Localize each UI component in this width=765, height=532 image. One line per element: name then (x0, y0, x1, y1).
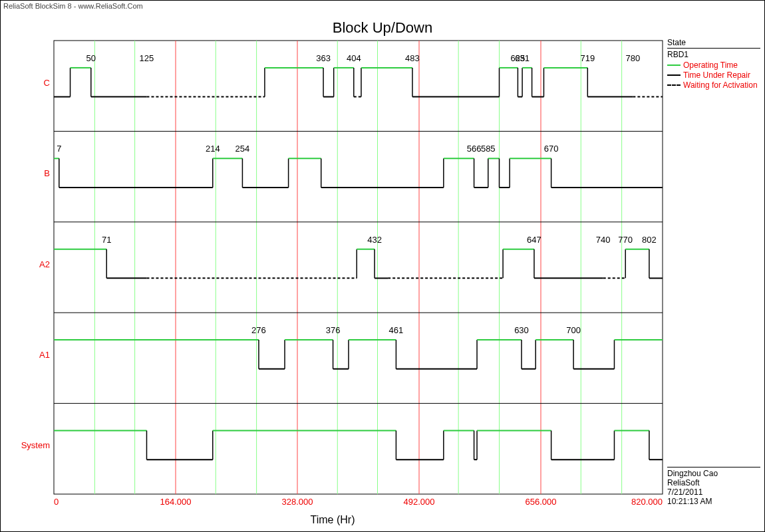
x-tick-label: 328.000 (282, 497, 313, 507)
segment-label: 461 (389, 325, 404, 335)
segment-label: 770 (618, 235, 633, 245)
x-tick-label: 164.000 (160, 497, 192, 507)
chart-canvas (1, 1, 765, 532)
segment-label: 780 (626, 53, 641, 63)
row-label: C (10, 77, 50, 87)
segment-label: 700 (566, 325, 581, 335)
x-tick-label: 0 (54, 497, 59, 507)
x-tick-label: 820.000 (631, 497, 663, 507)
row-label: System (10, 440, 50, 450)
segment-label: 670 (544, 144, 559, 154)
segment-label: 276 (251, 325, 266, 335)
segment-label: 254 (235, 144, 250, 154)
segment-label: 719 (580, 53, 595, 63)
segment-label: 214 (206, 144, 220, 154)
segment-label: 566 (467, 144, 482, 154)
row-label: A2 (10, 259, 50, 269)
segment-label: 404 (347, 53, 361, 63)
segment-label: 631 (515, 53, 530, 63)
x-tick-label: 656.000 (526, 497, 557, 507)
segment-label: 432 (367, 235, 382, 245)
x-tick-label: 492.000 (404, 497, 435, 507)
segment-label: 71 (102, 235, 111, 245)
segment-label: 125 (140, 53, 154, 63)
segment-label: 740 (596, 235, 611, 245)
row-label: B (10, 168, 50, 178)
segment-label: 7 (57, 144, 61, 154)
app-frame: { "header": { "product": "ReliaSoft Bloc… (0, 0, 765, 532)
segment-label: 647 (527, 235, 541, 245)
segment-label: 802 (642, 235, 657, 245)
segment-label: 585 (481, 144, 496, 154)
row-label: A1 (10, 349, 50, 359)
segment-label: 483 (405, 53, 420, 63)
svg-rect-0 (54, 41, 663, 494)
segment-label: 376 (326, 325, 341, 335)
segment-label: 50 (86, 53, 96, 63)
segment-label: 630 (514, 325, 529, 335)
segment-label: 363 (316, 53, 331, 63)
